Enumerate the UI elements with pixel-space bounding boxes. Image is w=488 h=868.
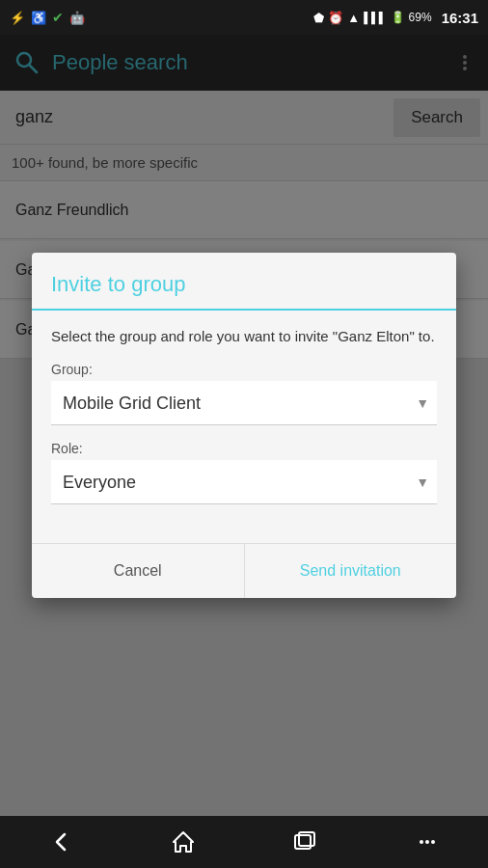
recent-apps-button[interactable] bbox=[276, 823, 334, 861]
group-select-wrapper: Mobile Grid Client Other Group ▼ bbox=[51, 381, 437, 425]
send-invitation-button[interactable]: Send invitation bbox=[245, 544, 457, 598]
accessibility-icon: ♿ bbox=[31, 11, 46, 25]
dialog-body: Select the group and role you want to in… bbox=[32, 311, 456, 535]
back-button[interactable] bbox=[32, 823, 90, 861]
status-bar: ⚡ ♿ ✔ 🤖 ⬟ ⏰ ▲ ▌▌▌ 🔋 69% 16:31 bbox=[0, 0, 488, 35]
role-select-wrapper: Everyone Admin Member ▼ bbox=[51, 460, 437, 504]
signal-icon: ▌▌▌ bbox=[364, 12, 386, 23]
role-select[interactable]: Everyone Admin Member bbox=[51, 460, 437, 504]
svg-point-10 bbox=[431, 840, 435, 844]
bluetooth-icon: ⬟ bbox=[313, 11, 324, 25]
status-icons-right: ⬟ ⏰ ▲ ▌▌▌ 🔋 69% 16:31 bbox=[313, 10, 478, 26]
home-button[interactable] bbox=[154, 823, 212, 861]
invite-dialog: Invite to group Select the group and rol… bbox=[32, 253, 456, 598]
status-time: 16:31 bbox=[442, 10, 478, 26]
status-icons-left: ⚡ ♿ ✔ 🤖 bbox=[10, 10, 85, 25]
svg-marker-5 bbox=[174, 832, 193, 852]
check-circle-icon: ✔ bbox=[52, 10, 64, 25]
dialog-buttons: Cancel Send invitation bbox=[32, 543, 456, 598]
group-label: Group: bbox=[51, 362, 437, 377]
svg-point-9 bbox=[425, 840, 429, 844]
wifi-icon: ▲ bbox=[347, 11, 360, 25]
menu-button[interactable] bbox=[398, 823, 456, 861]
role-label: Role: bbox=[51, 441, 437, 456]
usb-icon: ⚡ bbox=[10, 11, 25, 25]
svg-point-8 bbox=[420, 840, 423, 844]
bottom-nav bbox=[0, 816, 488, 868]
android-icon: 🤖 bbox=[69, 11, 85, 25]
alarm-icon: ⏰ bbox=[328, 11, 343, 25]
battery-percent: 69% bbox=[409, 11, 432, 24]
dialog-description: Select the group and role you want to in… bbox=[51, 326, 437, 346]
cancel-button[interactable]: Cancel bbox=[32, 544, 245, 598]
app-area: People search Search 100+ found, be more… bbox=[0, 35, 488, 816]
group-select[interactable]: Mobile Grid Client Other Group bbox=[51, 381, 437, 425]
dialog-title: Invite to group bbox=[32, 253, 456, 311]
battery-icon: 🔋 bbox=[391, 11, 405, 24]
